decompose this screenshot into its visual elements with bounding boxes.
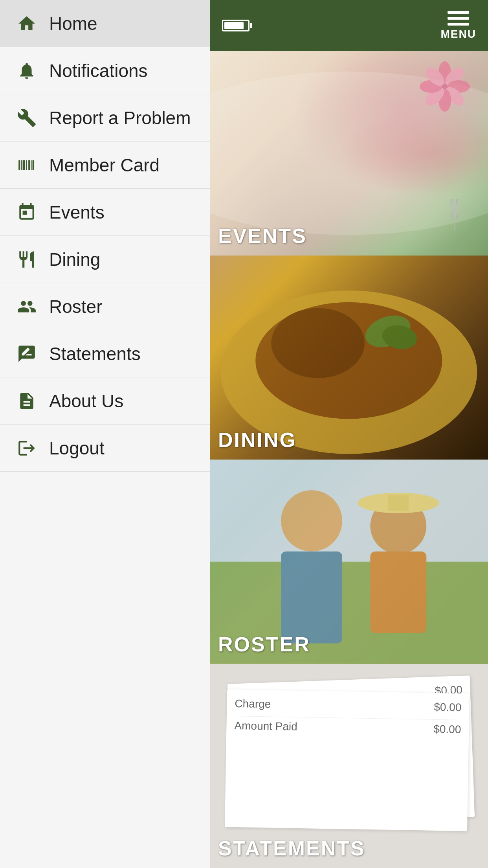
battery-fill xyxy=(224,22,244,29)
tile-dining-label: DINING xyxy=(218,428,297,452)
sidebar-item-report-problem[interactable]: Report a Problem xyxy=(0,94,210,142)
sidebar: Home Notifications Report a Problem Memb… xyxy=(0,0,210,868)
tile-statements-label: STATEMENTS xyxy=(218,837,365,860)
sidebar-item-about-us[interactable]: About Us xyxy=(0,377,210,425)
svg-rect-23 xyxy=(388,495,409,511)
home-icon xyxy=(16,13,37,34)
stmt-amount-2: $0.00 xyxy=(434,701,462,714)
menu-line-2 xyxy=(448,17,469,20)
stmt-amt-paid-2: Amount Paid xyxy=(234,719,297,733)
logout-icon xyxy=(16,437,37,459)
statements-preview: Charge $0.00 Amount Paid $0.00 Charge $0… xyxy=(218,672,480,845)
users-icon xyxy=(16,296,37,317)
sidebar-item-logout[interactable]: Logout xyxy=(0,425,210,472)
menu-button[interactable]: MENU xyxy=(441,11,476,40)
svg-rect-20 xyxy=(281,552,342,644)
sidebar-item-notifications-label: Notifications xyxy=(49,60,148,81)
sidebar-item-logout-label: Logout xyxy=(49,438,105,459)
sidebar-item-events-label: Events xyxy=(49,202,105,223)
svg-rect-24 xyxy=(370,552,426,633)
sidebar-item-roster-label: Roster xyxy=(49,296,102,317)
calendar-icon xyxy=(16,201,37,223)
menu-button-label: MENU xyxy=(441,28,476,40)
fork-icon xyxy=(16,248,37,270)
sidebar-item-notifications[interactable]: Notifications xyxy=(0,47,210,94)
tile-statements[interactable]: Charge $0.00 Amount Paid $0.00 Charge $0… xyxy=(210,664,488,868)
sidebar-item-roster[interactable]: Roster xyxy=(0,283,210,330)
wrench-icon xyxy=(16,107,37,129)
svg-point-19 xyxy=(281,490,342,552)
sidebar-item-home[interactable]: Home xyxy=(0,0,210,47)
menu-line-3 xyxy=(448,23,469,26)
right-panel: MENU xyxy=(210,0,488,868)
tile-events-label: EVENTS xyxy=(218,224,307,248)
svg-point-14 xyxy=(271,308,364,378)
hamburger-icon xyxy=(448,11,469,26)
tile-dining[interactable]: DINING xyxy=(210,256,488,460)
menu-line-1 xyxy=(448,11,469,14)
document-icon xyxy=(16,390,37,412)
tile-roster-label: ROSTER xyxy=(218,633,310,656)
sidebar-item-member-card[interactable]: Member Card xyxy=(0,142,210,189)
sidebar-item-report-problem-label: Report a Problem xyxy=(49,107,191,129)
stmt-amt-val-2: $0.00 xyxy=(433,723,461,736)
stmt-charge-2: Charge xyxy=(235,697,271,710)
sidebar-item-dining[interactable]: Dining xyxy=(0,236,210,283)
barcode-icon xyxy=(16,154,37,176)
sidebar-item-events[interactable]: Events xyxy=(0,189,210,236)
svg-rect-18 xyxy=(210,460,488,562)
tile-roster[interactable]: ROSTER xyxy=(210,460,488,664)
top-bar: MENU xyxy=(210,0,488,51)
sidebar-item-home-label: Home xyxy=(49,13,97,34)
sidebar-item-statements-label: Statements xyxy=(49,343,141,364)
content-tiles: EVENTS DINING xyxy=(210,51,488,868)
tile-events[interactable]: EVENTS xyxy=(210,51,488,256)
battery-indicator xyxy=(222,20,250,31)
bell-icon xyxy=(16,60,37,81)
sidebar-item-statements[interactable]: Statements xyxy=(0,330,210,377)
sidebar-item-dining-label: Dining xyxy=(49,249,100,270)
sidebar-item-member-card-label: Member Card xyxy=(49,154,160,176)
statement-icon xyxy=(16,343,37,364)
sidebar-item-about-us-label: About Us xyxy=(49,390,123,412)
